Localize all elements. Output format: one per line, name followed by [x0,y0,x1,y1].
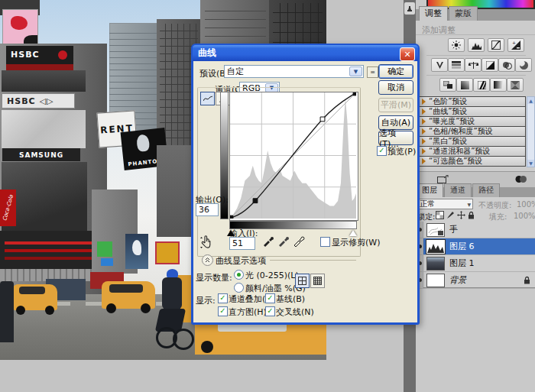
tab-channels[interactable]: 通道 [444,183,472,197]
scroll-down-arrow-icon[interactable]: ▼ [527,160,534,167]
lock-all-icon[interactable] [468,211,475,219]
channel-overlays-checkbox[interactable]: ✓ [218,293,228,303]
light-radio[interactable] [234,270,244,280]
lock-pixels-brush-icon[interactable] [446,211,455,219]
lock-transparency-icon[interactable] [436,211,444,219]
preset-group-curves[interactable]: “曲线”预设 [419,106,526,117]
layer-thumbnail[interactable] [426,257,445,271]
channel-mixer-icon[interactable] [515,58,532,72]
hue-saturation-icon[interactable] [448,58,465,72]
cancel-button[interactable]: 取消 [378,80,413,95]
expand-triangle-icon [422,128,426,134]
threshold-icon[interactable] [473,78,490,92]
exposure-icon[interactable]: + [507,38,524,52]
output-field[interactable]: 36 [196,203,219,216]
preview-checkbox[interactable]: ✓ [377,146,387,156]
simple-grid-icon[interactable] [295,274,310,288]
layer-thumbnail[interactable] [426,240,445,254]
photo-pedestrian [0,281,14,342]
opacity-value[interactable]: 100% [517,200,535,209]
show-clipping-checkbox[interactable] [320,237,330,247]
tab-paths[interactable]: 路径 [472,183,500,197]
input-field[interactable]: 51 [229,237,255,250]
white-point-slider[interactable] [349,230,357,236]
layer-thumbnail[interactable] [426,274,445,287]
dialog-titlebar[interactable]: 曲线 [193,45,418,61]
preset-list-scrollbar[interactable]: ▲ ▼ [527,96,535,167]
pigment-radio[interactable] [234,283,244,293]
fill-value[interactable]: 100% [514,212,535,220]
black-point-eyedropper-icon[interactable] [262,235,274,247]
clip-to-layer-button[interactable] [515,175,527,183]
tab-masks[interactable]: 蒙版 [449,6,478,21]
preset-label: “色相/饱和度”预设 [429,126,493,137]
detailed-grid-icon[interactable] [310,274,325,288]
light-radio-label: 光 (0-255)(L) [245,270,299,281]
photo-cyclist-body [162,277,182,309]
close-icon[interactable]: ✕ [400,47,415,61]
photo-sketch-poster [2,110,86,148]
layer-row-hand[interactable]: 手 [416,222,535,238]
photo-bike-wheel-front [173,329,194,350]
curve-point-tool-icon[interactable] [200,92,215,105]
layer-row-background[interactable]: 背景 [416,272,535,289]
expanded-view-button[interactable] [437,175,449,183]
gray-point-eyedropper-icon[interactable] [277,235,290,247]
levels-icon[interactable] [468,38,485,52]
adjustments-panel: 调整 蒙版 添加调整 + “色阶”预设 “曲线”预设 “曝光度”预设 “色相/饱… [416,9,535,186]
preset-label: “曝光度”预设 [429,116,475,127]
scroll-up-arrow-icon[interactable]: ▲ [527,97,534,104]
photo-taxi-left [13,284,57,310]
options-button[interactable]: 选项(T)... [378,131,413,145]
blend-mode-select[interactable]: 正常 ▼ [417,199,473,209]
preset-group-channel-mixer[interactable]: “通道混和器”预设 [419,146,526,157]
color-balance-icon[interactable] [465,58,481,72]
invert-icon[interactable] [439,78,456,92]
preset-group-exposure[interactable]: “曝光度”预设 [419,116,526,127]
photo-filter-icon[interactable] [498,58,515,72]
photo-samsung-sign: SAMSUNG [2,148,80,161]
preset-options-icon[interactable]: ≡ [367,66,378,78]
photo-taxi-center-wheel2 [141,303,151,313]
vibrance-icon[interactable] [431,58,448,72]
expand-triangle-icon [422,158,426,164]
histogram-checkbox[interactable]: ✓ [218,306,228,316]
layer-thumbnail[interactable] [426,223,445,237]
white-point-eyedropper-icon[interactable] [293,235,305,247]
photo-pink-billboard [2,9,38,45]
chevron-down-icon[interactable]: ▼ [349,66,362,76]
baseline-checkbox[interactable]: ✓ [265,293,275,303]
photo-hsbc-redband [6,64,73,70]
curves-icon[interactable] [488,38,504,52]
intersection-checkbox[interactable]: ✓ [265,306,275,316]
collapse-section-icon[interactable] [202,254,213,266]
preset-select[interactable]: 自定 ▼ [224,65,364,78]
tab-layers[interactable]: 图层 [416,183,443,197]
black-white-icon[interactable] [481,58,498,72]
photo-taxi-center-wheel [106,303,116,313]
preset-value: 自定 [227,66,244,77]
layers-tabbar: 图层 通道 路径 [416,187,535,197]
svg-text:+: + [512,40,516,45]
collapsed-panel-button[interactable] [404,2,415,15]
gradient-map-icon[interactable] [490,78,507,92]
curve-graph[interactable] [229,92,358,221]
output-value: 36 [199,205,209,215]
expand-triangle-icon [422,148,426,154]
ok-button[interactable]: 确定 [378,64,413,79]
tab-adjustments[interactable]: 调整 [419,6,448,21]
lock-label: 锁定: [417,212,435,222]
preset-label: “曲线”预设 [429,106,467,117]
preset-group-levels[interactable]: “色阶”预设 [419,96,526,107]
preset-group-selective-color[interactable]: “可选颜色”预设 [419,156,526,167]
layer-row-layer1[interactable]: 图层 1 [416,255,535,272]
layer-row-layer6-selected[interactable]: 图层 6 [416,238,535,255]
brightness-contrast-icon[interactable] [448,38,465,52]
lock-position-move-icon[interactable] [457,211,465,219]
preset-group-hue-saturation[interactable]: “色相/饱和度”预设 [419,126,526,137]
photo-taxi-left-window [19,287,45,294]
targeted-adjustment-tool-icon[interactable] [199,235,213,249]
posterize-icon[interactable] [456,78,473,92]
selective-color-icon[interactable] [507,78,524,92]
preset-group-black-white[interactable]: “黑白”预设 [419,136,526,147]
